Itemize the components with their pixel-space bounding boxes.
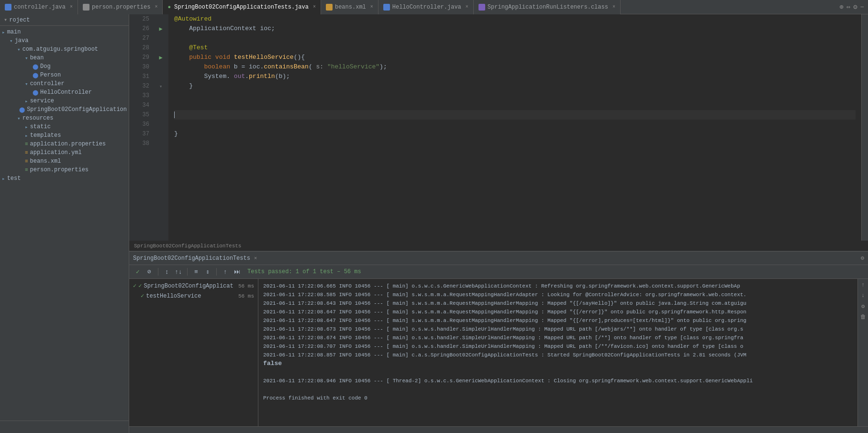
split-icon[interactable]: ⇔ [846,3,850,11]
gutter-29[interactable]: ▶ [153,53,168,62]
test-sort2-btn[interactable]: ↑↓ [174,267,183,277]
tab-bar-actions: ⊕ ⇔ ⚙ − [835,3,868,11]
bottom-content: ✓ ✓ SpringBoot02ConfigApplicat 56 ms ✓ t… [129,279,868,426]
tree-item-app-props[interactable]: ≡ application.properties [0,140,129,148]
tree-item-person-props[interactable]: ≡ person.properties [0,166,129,174]
tree-item-controller[interactable]: ▾ controller [0,79,129,88]
console-line-blank1 [263,368,853,377]
tree-item-service[interactable]: ▸ service [0,97,129,105]
test-check-btn[interactable]: ✓ [133,267,143,277]
test-item-suite[interactable]: ✓ ✓ SpringBoot02ConfigApplicat 56 ms [129,281,258,291]
prop-person-icon: ≡ [25,167,28,173]
console-line-6: 2021-06-11 17:22:08.673 INFO 10456 --- [… [263,325,853,333]
code-editor[interactable]: @Autowired ApplicationContext ioc; @Test… [168,14,861,241]
tab-controller-close[interactable]: × [70,4,73,10]
tree-item-bean-label: bean [30,55,44,61]
test-expand-btn[interactable]: ⇕ [203,267,212,277]
gutter-36 [153,120,168,129]
code-line-37: } [174,129,856,139]
code-line-26: ApplicationContext ioc; [174,24,856,33]
tab-run-listeners[interactable]: SpringApplicationRunListeners.class × [474,0,621,14]
tab-springboot-test[interactable]: ● SpringBoot02ConfigApplicationTests.jav… [163,0,321,14]
test-stop-btn[interactable]: ⊘ [145,267,154,277]
bottom-panel-close[interactable]: × [254,255,257,261]
tree-item-app-yml[interactable]: ≡ application.yml [0,148,129,157]
tree-item-static[interactable]: ▸ static [0,122,129,131]
console-line-7: 2021-06-11 17:22:08.674 INFO 10456 --- [… [263,333,853,342]
tree-item-hello-controller[interactable]: ⬤ HelloController [0,88,129,97]
ln-37: 37 [133,129,149,139]
folder-java-icon: ▾ [10,38,13,44]
tab-beans-xml-close[interactable]: × [370,4,373,10]
console-output[interactable]: 2021-06-11 17:22:06.665 INFO 10456 --- [… [258,279,857,426]
tree-item-person[interactable]: ⬤ Person [0,71,129,79]
cursor-caret [174,111,175,118]
test-filter-btn[interactable]: ≡ [191,267,201,277]
tree-item-test[interactable]: ▸ test [0,174,129,183]
gutter-38 [153,139,168,148]
ln-35: 35 [133,110,149,120]
tab-person-props[interactable]: person.properties × [78,0,163,14]
gutter-35 [153,110,168,120]
tree-item-person-props-label: person.properties [30,167,89,173]
bottom-settings-icon[interactable]: ⚙ [861,255,864,262]
tab-springboot-test-close[interactable]: × [313,4,316,10]
tree-item-beans-xml[interactable]: ≡ beans.xml [0,157,129,166]
prop-file-icon [83,4,89,11]
tree-item-main[interactable]: ▸ main [0,28,129,36]
test-item-method[interactable]: ✓ testHelloService 56 ms [129,291,258,301]
tree-item-main-label: main [7,29,21,35]
test-sort-btn[interactable]: ↕ [162,267,172,277]
folder-service-icon: ▸ [25,98,28,104]
bottom-scrollbar[interactable] [129,426,868,433]
tree-item-java-label: java [15,37,29,44]
folder-main-icon: ▸ [2,29,5,35]
tree-item-test-label: test [7,175,21,182]
tab-beans-xml[interactable]: beans.xml × [321,0,378,14]
test-suite-time: 56 ms [238,283,254,289]
tree-item-com[interactable]: ▾ com.atguigu.springboot [0,45,129,54]
ln-29: 29 [133,53,149,62]
code-line-34 [174,100,856,110]
gutter-34 [153,100,168,110]
test-skip-btn[interactable]: ⏭ [232,267,242,277]
ln-36: 36 [133,120,149,129]
tree-item-bean[interactable]: ▾ bean [0,54,129,62]
tab-hello-controller-label: HelloController.java [392,4,461,11]
code-line-32: } [174,81,856,91]
minimize-icon[interactable]: − [860,3,864,11]
tree-item-java[interactable]: ▾ java [0,36,129,45]
side-up-btn[interactable]: ↑ [859,281,868,289]
tree-item-springbootapp[interactable]: ⬤ SpringBoot02ConfigApplication [0,105,129,114]
java-sba-icon: ⬤ [19,107,25,113]
tree-item-dog[interactable]: ⬤ Dog [0,62,129,71]
tab-run-listeners-close[interactable]: × [612,4,615,10]
tree-item-resources[interactable]: ▾ resources [0,114,129,122]
ln-34: 34 [133,100,149,110]
tab-person-props-close[interactable]: × [155,4,157,10]
code-line-33 [174,91,856,100]
ln-30: 30 [133,62,149,72]
settings-icon[interactable]: ⚙ [853,3,857,11]
tree-item-person-label: Person [40,72,61,78]
test-up-btn[interactable]: ↑ [221,267,230,277]
folder-test-icon: ▸ [2,176,5,182]
tab-springboot-test-label: SpringBoot02ConfigApplicationTests.java [174,4,309,11]
editor-main: 25 26 27 28 29 30 31 32 33 34 35 36 37 3… [129,14,868,241]
globe-icon[interactable]: ⊕ [839,3,843,11]
tree-item-templates[interactable]: ▸ templates [0,131,129,140]
console-line-10: 2021-06-11 17:22:08.946 INFO 10456 --- [… [263,377,853,385]
tab-hello-controller-close[interactable]: × [466,4,468,10]
test-result-label: Tests passed: 1 of 1 test – 56 ms [247,268,361,275]
side-down-btn[interactable]: ↓ [859,291,868,300]
tree-item-hello-controller-label: HelloController [40,89,92,96]
tab-run-listeners-label: SpringApplicationRunListeners.class [488,4,608,11]
ln-32: 32 [133,81,149,91]
tab-controller[interactable]: controller.java × [0,0,78,14]
side-trash-btn[interactable]: 🗑 [859,312,868,321]
gutter-32[interactable]: ▾ [153,81,168,91]
side-settings2-btn[interactable]: ⚙ [859,302,868,311]
tab-hello-controller[interactable]: HelloController.java × [378,0,474,14]
xml-file-icon [326,4,333,11]
code-line-35[interactable] [174,110,856,120]
